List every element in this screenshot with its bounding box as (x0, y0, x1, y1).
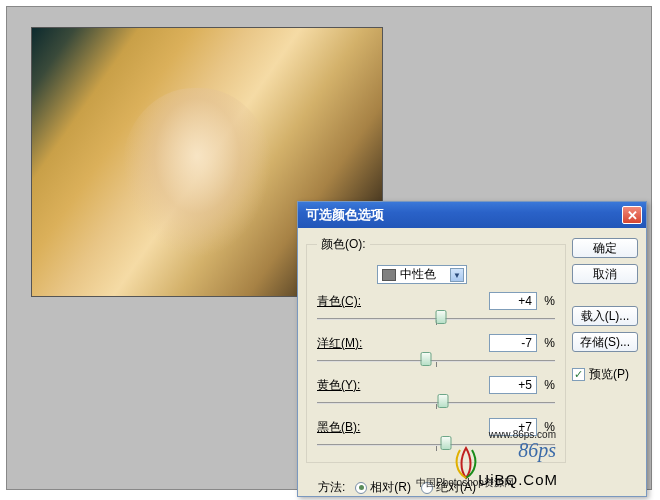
magenta-slider[interactable] (317, 354, 555, 368)
yellow-slider[interactable] (317, 396, 555, 410)
black-row: 黑色(B): +7 % (317, 418, 555, 452)
load-button[interactable]: 载入(L)... (572, 306, 638, 326)
ok-button[interactable]: 确定 (572, 238, 638, 258)
color-select-value: 中性色 (400, 266, 436, 283)
cancel-button[interactable]: 取消 (572, 264, 638, 284)
cyan-value[interactable]: +4 (489, 292, 537, 310)
dialog-title: 可选颜色选项 (306, 206, 622, 224)
selective-color-dialog: 可选颜色选项 ✕ 颜色(O): 中性色 ▼ 青色(C): (297, 201, 647, 497)
radio-icon (421, 482, 433, 494)
slider-thumb[interactable] (440, 436, 451, 450)
percent-label: % (544, 294, 555, 308)
magenta-value[interactable]: -7 (489, 334, 537, 352)
main-fieldset: 颜色(O): 中性色 ▼ 青色(C): +4 % (306, 236, 566, 463)
percent-label: % (544, 420, 555, 434)
cyan-row: 青色(C): +4 % (317, 292, 555, 326)
chevron-down-icon: ▼ (450, 268, 464, 282)
preview-checkbox-row[interactable]: ✓ 预览(P) (572, 366, 638, 383)
method-row: 方法: 相对(R) 绝对(A) (306, 473, 566, 498)
color-select-row: 中性色 ▼ (317, 261, 555, 292)
color-select[interactable]: 中性色 ▼ (377, 265, 467, 284)
document-canvas: 可选颜色选项 ✕ 颜色(O): 中性色 ▼ 青色(C): (6, 6, 652, 490)
magenta-row: 洋红(M): -7 % (317, 334, 555, 368)
black-slider[interactable] (317, 438, 555, 452)
percent-label: % (544, 336, 555, 350)
save-button[interactable]: 存储(S)... (572, 332, 638, 352)
dialog-client: 颜色(O): 中性色 ▼ 青色(C): +4 % (306, 236, 566, 488)
close-icon[interactable]: ✕ (622, 206, 642, 224)
radio-relative[interactable]: 相对(R) (355, 479, 411, 496)
black-value[interactable]: +7 (489, 418, 537, 436)
black-label: 黑色(B): (317, 419, 360, 436)
titlebar[interactable]: 可选颜色选项 ✕ (298, 202, 646, 228)
button-column: 确定 取消 载入(L)... 存储(S)... ✓ 预览(P) (572, 238, 638, 383)
yellow-value[interactable]: +5 (489, 376, 537, 394)
color-swatch-icon (382, 269, 396, 281)
checkbox-icon: ✓ (572, 368, 585, 381)
yellow-row: 黄色(Y): +5 % (317, 376, 555, 410)
magenta-label: 洋红(M): (317, 335, 362, 352)
yellow-label: 黄色(Y): (317, 377, 360, 394)
preview-label: 预览(P) (589, 366, 629, 383)
radio-absolute[interactable]: 绝对(A) (421, 479, 476, 496)
method-label: 方法: (318, 479, 345, 496)
cyan-slider[interactable] (317, 312, 555, 326)
percent-label: % (544, 378, 555, 392)
slider-thumb[interactable] (435, 310, 446, 324)
slider-thumb[interactable] (438, 394, 449, 408)
radio-icon (355, 482, 367, 494)
color-label: 颜色(O): (317, 236, 370, 253)
slider-thumb[interactable] (421, 352, 432, 366)
cyan-label: 青色(C): (317, 293, 361, 310)
